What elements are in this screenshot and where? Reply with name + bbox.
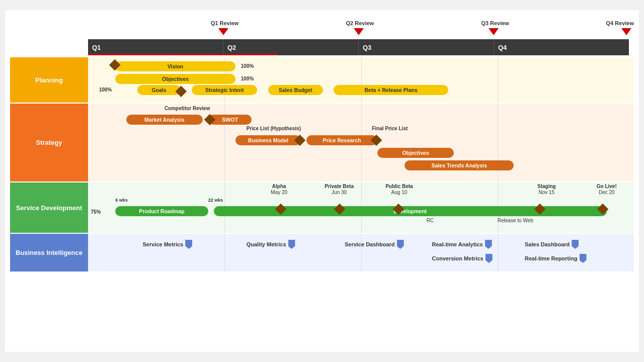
q3-review-arrow: [489, 28, 499, 35]
sales-dashboard-item: Sales Dashboard: [525, 240, 579, 249]
planning-row: Planning Vision 100% Objectives 100%: [10, 57, 634, 103]
realtime-reporting-flag: [580, 254, 587, 263]
service-content: Alpha May 20 Private Beta Jun 30 Public …: [88, 183, 634, 233]
product-roadmap-bar: Product Roadmap: [115, 206, 208, 216]
realtime-reporting-text: Real-time Reporting: [525, 255, 578, 261]
realtime-analytics-flag: [485, 240, 492, 249]
bi-row: Business Intelligence Service Metrics Qu…: [10, 234, 634, 272]
staging-date: Nov 15: [539, 190, 555, 195]
private-beta-date: Jun 30: [332, 190, 347, 195]
quality-metrics-flag: [288, 240, 295, 249]
public-beta-label: Public Beta: [385, 184, 413, 189]
alpha-date: May 20: [271, 190, 287, 195]
goals-pct: 100%: [99, 87, 112, 93]
6wks-label: 6 wks: [115, 198, 128, 203]
service-75pct: 75%: [91, 209, 101, 215]
planning-label: Planning: [10, 57, 88, 103]
bi-label: Business Intelligence: [10, 234, 88, 272]
sales-budget-bar: Sales Budget: [268, 85, 323, 95]
sales-dashboard-text: Sales Dashboard: [525, 241, 570, 247]
strategy-content: Competitor Review Market Analysis SWOT P…: [88, 104, 634, 182]
service-metrics-flag: [185, 240, 192, 249]
q1-review-label: Q1 Review: [211, 20, 239, 26]
gantt-rows: Planning Vision 100% Objectives 100%: [10, 57, 634, 272]
business-model-bar: Business Model: [235, 135, 301, 145]
realtime-analytics-item: Real-time Analytics: [432, 240, 492, 249]
realtime-reporting-item: Real-time Reporting: [525, 254, 587, 263]
competitor-review-label: Competitor Review: [165, 106, 210, 111]
release-web-label: Release to Web: [498, 218, 533, 223]
service-dashboard-item: Service Dashboard: [345, 240, 404, 249]
private-beta-label: Private Beta: [325, 184, 354, 189]
golive-label: Go Live!: [597, 184, 617, 189]
realtime-analytics-text: Real-time Analytics: [432, 241, 483, 247]
service-dashboard-text: Service Dashboard: [345, 241, 395, 247]
quarters-header: Q1 Review Q2 Review Q3 Review Q4 Review …: [88, 20, 629, 55]
sales-trends-bar: Sales Trends Analysis: [405, 160, 514, 170]
price-research-bar: Price Research: [306, 135, 377, 145]
bi-content: Service Metrics Quality Metrics Service …: [88, 234, 634, 272]
q3-segment: Q3: [359, 39, 494, 55]
planning-content: Vision 100% Objectives 100% 100% Goals S…: [88, 57, 634, 103]
q2-review-arrow: [354, 28, 364, 35]
objectives-pct: 100%: [241, 76, 254, 81]
golive-date: Dec 20: [599, 190, 615, 195]
q4-label: Q4: [498, 44, 507, 51]
review-labels: Q1 Review Q2 Review Q3 Review Q4 Review: [88, 20, 629, 35]
quality-metrics-text: Quality Metrics: [247, 241, 286, 247]
q4-segment: Q4: [494, 39, 629, 55]
beta-release-bar: Beta + Release Plans: [334, 85, 448, 95]
quarter-bar: Q1 Q2 Q3 Q4: [88, 39, 629, 55]
q1-segment: Q1: [88, 39, 223, 55]
service-row: Service Development Alpha May 20 Private…: [10, 183, 634, 233]
price-list-hyp-label: Price List (Hypothesis): [247, 126, 301, 131]
q2-review-label: Q2 Review: [346, 20, 374, 26]
swot-bar: SWOT: [208, 115, 252, 125]
q1-label: Q1: [92, 44, 101, 51]
22wks-label: 22 wks: [208, 198, 223, 203]
service-label: Service Development: [10, 183, 88, 233]
q4-review-label: Q4 Review: [606, 20, 634, 26]
q2-label: Q2: [227, 44, 236, 51]
development-bar: Development: [214, 206, 607, 216]
market-analysis-bar: Market Analysis: [126, 115, 203, 125]
q2-segment: Q2: [223, 39, 359, 55]
alpha-label: Alpha: [272, 184, 286, 189]
service-metrics-item: Service Metrics: [143, 240, 193, 249]
public-beta-date: Aug 10: [391, 190, 408, 195]
objectives-bar: Objectives: [115, 74, 235, 84]
staging-label: Staging: [537, 184, 556, 189]
strategy-label: Strategy: [10, 104, 88, 182]
strategic-bar: Strategic Intent: [192, 85, 257, 95]
sales-dashboard-flag: [572, 240, 579, 249]
vision-bar: Vision: [115, 61, 235, 71]
q1-review-arrow: [218, 28, 228, 35]
service-dashboard-flag: [397, 240, 404, 249]
conversion-metrics-flag: [486, 254, 493, 263]
q3-label: Q3: [363, 44, 371, 51]
conversion-metrics-text: Conversion Metrics: [432, 255, 484, 261]
service-metrics-text: Service Metrics: [143, 241, 184, 247]
chart-container: Q1 Review Q2 Review Q3 Review Q4 Review …: [5, 10, 639, 352]
vision-pct: 100%: [241, 63, 254, 69]
q3-review-label: Q3 Review: [481, 20, 509, 26]
objectives-strategy-bar: Objectives: [377, 148, 454, 158]
final-price-label: Final Price List: [372, 126, 408, 131]
conversion-metrics-item: Conversion Metrics: [432, 254, 493, 263]
quality-metrics-item: Quality Metrics: [247, 240, 295, 249]
q4-review-arrow: [621, 28, 631, 35]
strategy-row: Strategy Competitor Review Market Analys…: [10, 104, 634, 182]
goals-bar: Goals: [137, 85, 181, 95]
rc-label: RC: [427, 218, 434, 223]
